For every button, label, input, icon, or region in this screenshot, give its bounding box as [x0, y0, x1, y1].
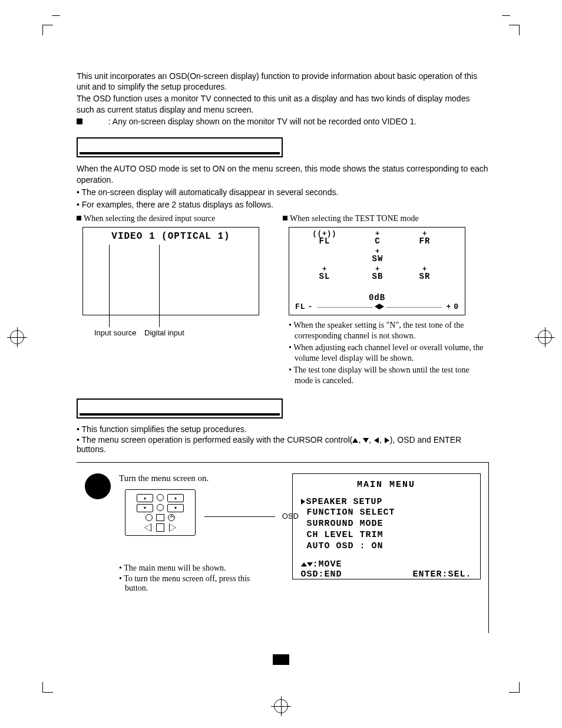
tt-speaker-fr: +FR [407, 231, 442, 246]
menu-item: SPEAKER SETUP [301, 497, 472, 508]
step-notes: The main menu will be shown. To turn the… [119, 564, 275, 593]
tt-speaker-sw: +SW [360, 249, 395, 263]
arrow-right-icon [379, 304, 384, 309]
arrow-left-icon [375, 304, 379, 309]
cursor-up-icon [352, 438, 358, 443]
note-item: When the speaker setting is "N", the tes… [289, 320, 489, 341]
down-icon [307, 562, 313, 566]
registration-mark [271, 696, 291, 716]
menu-intro-p1: • This function simplifies the setup pro… [77, 424, 489, 434]
tt-value: 0 [454, 302, 459, 311]
menu-item: SURROUND MODE [301, 519, 472, 530]
step-number-icon [85, 473, 111, 499]
page-number [0, 654, 562, 667]
main-menu-title: MAIN MENU [301, 480, 472, 490]
remote-illustration: ▴▴ ▾▾ [125, 489, 196, 536]
crop-mark [509, 682, 520, 693]
testtone-notes: When the speaker setting is "N", the tes… [289, 320, 489, 387]
osd-display-testtone: ((+))FL +C +FR +SW +SL +SB +SR 0dB FL - [289, 227, 465, 315]
tt-speaker-fl: ((+))FL [307, 231, 342, 246]
status-description: When the AUTO OSD mode is set to ON on t… [77, 163, 489, 210]
osd-callout-line: OSD [204, 516, 275, 517]
menu-intro-p2: • The menu screen operation is performed… [77, 435, 489, 454]
intro-block: This unit incorporates an OSD(On-screen … [77, 71, 489, 127]
menu-item: CH LEVEL TRIM [301, 530, 472, 541]
menu-footer-left: :MOVE OSD:END [301, 560, 342, 579]
registration-mark [7, 327, 27, 347]
main-menu-osd: MAIN MENU SPEAKER SETUP FUNCTION SELECT … [292, 473, 481, 579]
intro-p1: This unit incorporates an OSD(On-screen … [77, 71, 489, 92]
note-item: When adjusting each channel level or ove… [289, 342, 489, 364]
step-note: To turn the menu screen off, press this … [119, 574, 275, 593]
menu-step-block: Turn the menu screen on. ▴▴ ▾▾ [77, 462, 489, 633]
cursor-marker-icon [301, 499, 305, 505]
crop-mark [509, 25, 520, 35]
osd-text-line: VIDEO 1 (OPTICAL 1) [83, 231, 259, 242]
tt-speaker-sl: +SL [307, 266, 342, 281]
callout-line [109, 245, 110, 327]
callout-line [159, 245, 160, 327]
intro-note: : Any on-screen display shown on the mon… [77, 116, 489, 127]
cursor-left-icon [374, 437, 379, 443]
note-item: The test tone display will be shown unti… [289, 365, 489, 386]
section-title-status [77, 137, 283, 157]
tt-speaker-sr: +SR [407, 266, 442, 281]
status-p2: • The on-screen display will automatical… [77, 187, 489, 198]
up-icon [301, 562, 307, 566]
tt-level-bar: 0dB FL - + 0 [289, 293, 465, 311]
crop-mark [42, 682, 53, 693]
status-p1: When the AUTO OSD mode is set to ON on t… [77, 163, 489, 186]
tt-speaker-c: +C [360, 231, 395, 246]
osd-label: OSD [282, 512, 299, 521]
square-bullet-icon [77, 118, 82, 124]
crop-mark [52, 15, 60, 16]
square-bullet-icon [283, 216, 287, 220]
left-column: When selecting the desired input source … [77, 214, 283, 388]
menu-intro: • This function simplifies the setup pro… [77, 424, 489, 454]
minus-sign: - [308, 302, 313, 311]
section-title-menu [77, 398, 283, 419]
right-column: When selecting the TEST TONE mode ((+))F… [283, 214, 489, 388]
status-p3: • For examples, there are 2 status displ… [77, 199, 489, 210]
page-content: This unit incorporates an OSD(On-screen … [77, 71, 489, 633]
cursor-right-icon [385, 437, 389, 443]
menu-item: AUTO OSD : ON [301, 541, 472, 552]
step-note: The main menu will be shown. [119, 564, 275, 573]
callout-label: Input source [94, 328, 137, 337]
registration-mark [535, 327, 555, 347]
callout-label: Digital input [144, 328, 184, 337]
square-bullet-icon [77, 216, 81, 220]
crop-mark [502, 15, 510, 16]
right-heading: When selecting the TEST TONE mode [283, 214, 489, 223]
tt-speaker-sb: +SB [360, 266, 395, 281]
crop-mark [42, 25, 53, 35]
tt-channel-label: FL [295, 302, 306, 311]
menu-item: FUNCTION SELECT [301, 508, 472, 519]
menu-footer-right: ENTER:SEL. [412, 569, 471, 579]
left-heading: When selecting the desired input source [77, 214, 283, 223]
step-title: Turn the menu screen on. [119, 473, 275, 483]
cursor-down-icon [363, 438, 369, 443]
plus-sign: + [446, 302, 451, 311]
intro-p2: The OSD function uses a monitor TV conne… [77, 93, 489, 114]
